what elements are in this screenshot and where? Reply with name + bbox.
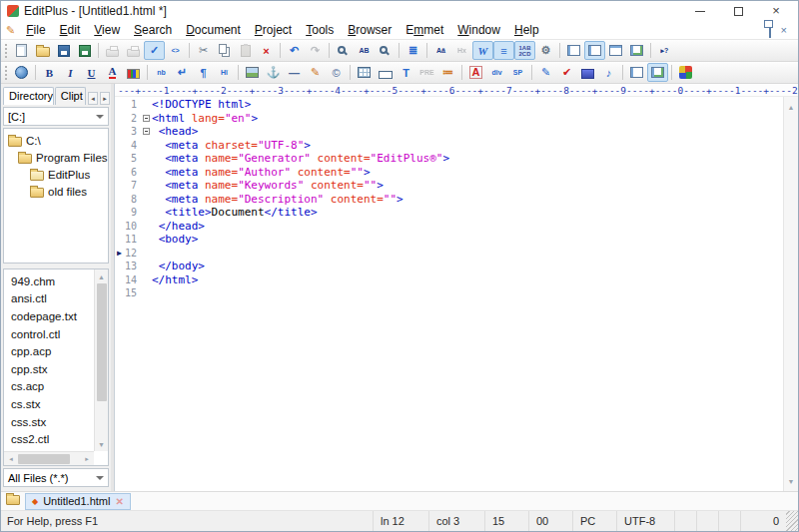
tab-cliptext[interactable]: Clipt bbox=[55, 87, 86, 105]
menu-browser[interactable]: Browser bbox=[341, 22, 399, 38]
tab-scroll-left-button[interactable]: ◂ bbox=[88, 92, 98, 105]
windows-button[interactable] bbox=[675, 63, 696, 82]
line-break-button[interactable]: ↵ bbox=[172, 63, 193, 82]
file-list-vscrollbar[interactable]: ▲ ▼ bbox=[94, 269, 108, 451]
paragraph-button[interactable]: ¶ bbox=[193, 63, 214, 82]
center-text-button[interactable]: T bbox=[396, 63, 416, 82]
file-item[interactable]: cpp.stx bbox=[4, 360, 94, 378]
menu-emmet[interactable]: Emmet bbox=[399, 22, 450, 38]
code-line[interactable]: 8 <meta name="Description" content=""> bbox=[115, 193, 783, 207]
print-preview-button[interactable] bbox=[102, 41, 123, 60]
code-line[interactable]: 9 <title>Document</title> bbox=[115, 206, 783, 220]
code-line[interactable]: 11 <body> bbox=[115, 233, 783, 247]
menu-help[interactable]: Help bbox=[507, 22, 546, 38]
special-char-button[interactable]: © bbox=[326, 63, 347, 82]
print-button[interactable] bbox=[123, 41, 144, 60]
sound-button[interactable]: ♪ bbox=[598, 63, 619, 82]
line-number-button[interactable]: 1AB 2CD bbox=[514, 41, 535, 60]
mdi-restore-button[interactable] bbox=[769, 23, 771, 37]
redo-button[interactable]: ↷ bbox=[305, 41, 326, 60]
toolbar-grip[interactable] bbox=[5, 44, 7, 58]
document-tab[interactable]: ◆ Untitled1.html ✕ bbox=[25, 493, 131, 510]
div-tag-button[interactable]: div bbox=[486, 63, 507, 82]
editor-vscrollbar[interactable]: ▲ ▼ bbox=[783, 97, 798, 491]
script-button[interactable]: ✎ bbox=[535, 63, 556, 82]
tab-close-icon[interactable]: ✕ bbox=[115, 496, 123, 507]
list-button[interactable]: ≔ bbox=[437, 63, 458, 82]
edit-tag-button[interactable]: ✎ bbox=[305, 63, 326, 82]
scroll-up-icon[interactable]: ▲ bbox=[95, 269, 109, 283]
image-button[interactable] bbox=[242, 63, 263, 82]
code-line[interactable]: 5 <meta name="Generator" content="EditPl… bbox=[115, 152, 783, 166]
drive-select[interactable]: [C:] bbox=[3, 107, 109, 126]
code-line[interactable]: 6 <meta name="Author" content=""> bbox=[115, 166, 783, 180]
syntax-check-button[interactable]: ✔ bbox=[556, 63, 577, 82]
tree-item[interactable]: EditPlus bbox=[4, 166, 108, 183]
form-field-button[interactable] bbox=[375, 63, 396, 82]
scroll-up-icon[interactable]: ▲ bbox=[784, 100, 798, 114]
font-color-button[interactable]: A bbox=[102, 63, 123, 82]
folder-icon[interactable] bbox=[6, 495, 20, 505]
scroll-down-icon[interactable]: ▼ bbox=[784, 474, 798, 488]
code-line[interactable]: 4 <meta charset="UTF-8"> bbox=[115, 139, 783, 153]
code-editor[interactable]: ---+----1----+----2----+----3----+----4-… bbox=[114, 84, 798, 491]
menu-search[interactable]: Search bbox=[127, 22, 179, 38]
code-line[interactable]: 7 <meta name="Keywords" content=""> bbox=[115, 179, 783, 193]
file-item[interactable]: 949.chm bbox=[4, 272, 94, 290]
font-tag-button[interactable]: A bbox=[465, 63, 486, 82]
replace-button[interactable]: AB bbox=[354, 41, 375, 60]
cut-button[interactable]: ✂ bbox=[193, 41, 214, 60]
code-line[interactable]: ▶12 bbox=[115, 247, 783, 261]
context-help-button[interactable]: ▸? bbox=[654, 41, 675, 60]
find-in-files-button[interactable] bbox=[375, 41, 396, 60]
html-tags-button[interactable]: <> bbox=[165, 41, 186, 60]
tree-item[interactable]: C:\ bbox=[4, 132, 108, 149]
code-line[interactable]: 1<!DOCTYPE html> bbox=[115, 98, 783, 112]
code-line[interactable]: 3 <head> bbox=[115, 125, 783, 139]
media-button[interactable] bbox=[577, 63, 598, 82]
file-list-hscrollbar[interactable]: ◂ ▸ bbox=[4, 451, 94, 465]
anchor-button[interactable]: ⚓ bbox=[263, 63, 284, 82]
cliptext-list-button[interactable] bbox=[626, 63, 647, 82]
minimize-button[interactable] bbox=[694, 5, 706, 17]
paste-button[interactable] bbox=[235, 41, 256, 60]
code-line[interactable]: 14</html> bbox=[115, 273, 783, 287]
underline-button[interactable]: U bbox=[81, 63, 102, 82]
output-window-button[interactable] bbox=[605, 41, 626, 60]
auto-indent-button[interactable]: ≡ bbox=[493, 41, 514, 60]
vscroll-thumb[interactable] bbox=[97, 283, 107, 401]
save-button[interactable] bbox=[53, 41, 74, 60]
pre-button[interactable]: PRE bbox=[416, 63, 437, 82]
hex-view-button[interactable]: Hx bbox=[451, 41, 472, 60]
code-line[interactable]: 10 </head> bbox=[115, 220, 783, 234]
file-item[interactable]: css.stx bbox=[4, 413, 94, 431]
maximize-button[interactable] bbox=[732, 5, 744, 17]
delete-button[interactable]: × bbox=[256, 41, 277, 60]
menu-view[interactable]: View bbox=[87, 22, 127, 38]
mdi-close-button[interactable]: × bbox=[781, 26, 787, 34]
code-line[interactable]: 15 bbox=[115, 286, 783, 300]
copy-button[interactable] bbox=[214, 41, 235, 60]
goto-line-button[interactable]: ≣ bbox=[402, 41, 423, 60]
color-picker-button[interactable] bbox=[123, 63, 144, 82]
code-line[interactable]: 13 </body> bbox=[115, 260, 783, 273]
toolbar-grip[interactable] bbox=[5, 66, 7, 80]
symbol-list-button[interactable] bbox=[647, 63, 668, 82]
scroll-left-icon[interactable]: ◂ bbox=[4, 452, 18, 466]
fold-collapse-icon[interactable] bbox=[143, 115, 150, 122]
file-item[interactable]: cpp.acp bbox=[4, 342, 94, 360]
hscroll-thumb[interactable] bbox=[18, 454, 70, 464]
spell-check-button[interactable]: ✓ bbox=[144, 41, 165, 60]
tab-directory[interactable]: Directory bbox=[3, 87, 54, 105]
tree-item[interactable]: Program Files bbox=[4, 149, 108, 166]
menu-project[interactable]: Project bbox=[248, 22, 299, 38]
resize-grip[interactable] bbox=[786, 511, 798, 531]
view-in-browser-button[interactable] bbox=[11, 63, 32, 82]
file-item[interactable]: ansi.ctl bbox=[4, 290, 94, 308]
preferences-button[interactable]: ⚙ bbox=[535, 41, 556, 60]
word-wrap-button[interactable]: W bbox=[472, 41, 493, 60]
menu-document[interactable]: Document bbox=[179, 22, 248, 38]
italic-button[interactable]: I bbox=[60, 63, 81, 82]
find-button[interactable] bbox=[333, 41, 354, 60]
scroll-right-icon[interactable]: ▸ bbox=[80, 452, 94, 466]
